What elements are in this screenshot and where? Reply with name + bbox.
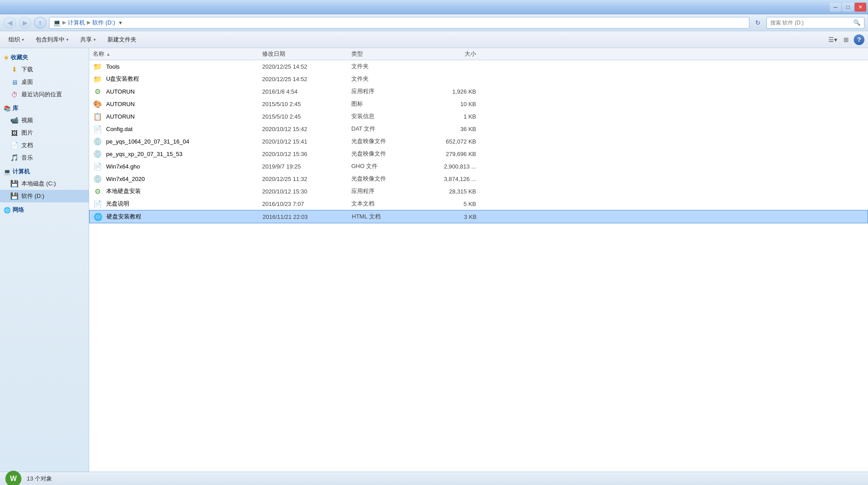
maximize-button[interactable]: □	[842, 3, 854, 12]
file-type: 光盘映像文件	[351, 137, 423, 145]
table-row[interactable]: 📁Tools 2020/12/25 14:52 文件夹	[89, 60, 868, 73]
drive-d-icon: 💾	[10, 192, 19, 201]
share-arrow: ▾	[94, 37, 96, 42]
sidebar-item-doc[interactable]: 📄 文档	[0, 139, 89, 152]
table-row[interactable]: 🎨AUTORUN 2015/5/10 2:45 图标 10 KB	[89, 98, 868, 110]
search-input[interactable]	[770, 20, 853, 26]
table-row[interactable]: 📄Win7x64.gho 2019/9/7 19:25 GHO 文件 2,900…	[89, 160, 868, 173]
file-size: 652,072 KB	[423, 138, 476, 145]
search-box[interactable]: 🔍	[766, 17, 864, 29]
favorites-label: 收藏夹	[11, 53, 28, 62]
sidebar-network-header[interactable]: 🌐 网络	[0, 204, 89, 216]
sidebar-favorites-header[interactable]: ★ 收藏夹	[0, 52, 89, 63]
col-header-type[interactable]: 类型	[351, 50, 423, 58]
file-modified: 2020/10/12 15:30	[262, 188, 351, 195]
file-type: 文件夹	[351, 75, 423, 83]
forward-button[interactable]: ▶	[19, 17, 31, 29]
breadcrumb-dropdown[interactable]: ▼	[117, 19, 124, 26]
breadcrumb-drive[interactable]: 软件 (D:)	[92, 19, 115, 27]
sidebar-item-recent[interactable]: ⏱ 最近访问的位置	[0, 88, 89, 101]
doc-icon: 📄	[10, 141, 19, 150]
file-name: AUTORUN	[106, 113, 135, 120]
file-name: pe_yqs_1064_20_07_31_16_04	[106, 138, 189, 145]
file-type: 应用程序	[351, 87, 423, 95]
file-type: 文件夹	[351, 62, 423, 70]
download-label: 下载	[21, 66, 33, 74]
table-row[interactable]: ⚙AUTORUN 2016/1/8 4:54 应用程序 1,926 KB	[89, 85, 868, 98]
table-row[interactable]: ⚙本地硬盘安装 2020/10/12 15:30 应用程序 28,315 KB	[89, 185, 868, 197]
file-modified: 2020/12/25 14:52	[262, 63, 351, 70]
file-size: 36 KB	[423, 126, 476, 132]
file-size: 3,874,126 ...	[423, 176, 476, 182]
sidebar-item-download[interactable]: ⬇ 下载	[0, 63, 89, 76]
close-button[interactable]: ✕	[855, 3, 866, 12]
file-type: DAT 文件	[351, 125, 423, 133]
file-name: Tools	[106, 63, 119, 70]
sidebar-item-image[interactable]: 🖼 图片	[0, 127, 89, 139]
file-type: 光盘映像文件	[351, 175, 423, 183]
new-folder-button[interactable]: 新建文件夹	[103, 33, 141, 46]
status-count: 13 个对象	[27, 475, 52, 483]
sidebar-item-music[interactable]: 🎵 音乐	[0, 152, 89, 164]
file-modified: 2020/12/25 14:52	[262, 76, 351, 82]
sidebar-item-video[interactable]: 📹 视频	[0, 114, 89, 127]
table-row[interactable]: 📁U盘安装教程 2020/12/25 14:52 文件夹	[89, 73, 868, 85]
file-icon: 📄	[93, 124, 103, 134]
file-icon: 📄	[93, 199, 103, 209]
organize-button[interactable]: 组织 ▾	[4, 33, 29, 46]
refresh-button[interactable]: ↻	[752, 17, 764, 29]
organize-arrow: ▾	[22, 37, 24, 42]
table-row[interactable]: 💿pe_yqs_xp_20_07_31_15_53 2020/10/12 15:…	[89, 148, 868, 160]
status-icon-label: W	[10, 475, 16, 483]
sidebar-library-section: 📚 库 📹 视频 🖼 图片 📄 文档 🎵 音乐	[0, 103, 89, 164]
sidebar: ★ 收藏夹 ⬇ 下载 🖥 桌面 ⏱ 最近访问的位置 📚 库 📹	[0, 48, 89, 472]
sidebar-item-drive-d[interactable]: 💾 软件 (D:)	[0, 190, 89, 202]
share-button[interactable]: 共享 ▾	[75, 33, 101, 46]
file-type: HTML 文档	[352, 213, 423, 221]
file-icon: 📁	[93, 62, 103, 71]
toolbar: 组织 ▾ 包含到库中 ▾ 共享 ▾ 新建文件夹 ☰ ▾ ⊞ ?	[0, 31, 868, 48]
col-name-label: 名称	[93, 50, 104, 58]
music-label: 音乐	[21, 154, 33, 162]
titlebar: ─ □ ✕	[0, 0, 868, 14]
file-size: 10 KB	[423, 101, 476, 107]
table-row[interactable]: 🌐硬盘安装教程 2016/11/21 22:03 HTML 文档 3 KB	[89, 210, 868, 223]
breadcrumb-icon: 💻	[53, 19, 61, 26]
sidebar-network-section: 🌐 网络	[0, 204, 89, 216]
sidebar-computer-header[interactable]: 💻 计算机	[0, 166, 89, 177]
include-library-button[interactable]: 包含到库中 ▾	[31, 33, 74, 46]
back-button[interactable]: ◀	[4, 17, 16, 29]
file-list[interactable]: 📁Tools 2020/12/25 14:52 文件夹 📁U盘安装教程 2020…	[89, 60, 868, 472]
col-header-size[interactable]: 大小	[423, 50, 476, 58]
file-name: 硬盘安装教程	[107, 213, 141, 221]
table-row[interactable]: 💿pe_yqs_1064_20_07_31_16_04 2020/10/12 1…	[89, 135, 868, 148]
file-size: 5 KB	[423, 201, 476, 207]
file-name: Win7x64.gho	[106, 163, 140, 170]
change-view-button[interactable]: ⊞	[840, 34, 852, 45]
file-modified: 2020/10/12 15:36	[262, 151, 351, 157]
image-icon: 🖼	[10, 128, 19, 137]
col-type-label: 类型	[351, 50, 363, 57]
breadcrumb-computer[interactable]: 计算机	[68, 19, 85, 27]
sidebar-library-header[interactable]: 📚 库	[0, 103, 89, 114]
table-row[interactable]: 📄Config.dat 2020/10/12 15:42 DAT 文件 36 K…	[89, 123, 868, 135]
col-name-sort: ▲	[106, 52, 111, 57]
table-row[interactable]: 📄光盘说明 2016/10/23 7:07 文本文档 5 KB	[89, 197, 868, 210]
help-button[interactable]: ?	[854, 34, 864, 45]
up-button[interactable]: ↑	[34, 17, 46, 29]
table-row[interactable]: 💿Win7x64_2020 2020/12/25 11:32 光盘映像文件 3,…	[89, 173, 868, 185]
view-toggle-button[interactable]: ☰ ▾	[827, 34, 839, 45]
col-header-name[interactable]: 名称 ▲	[93, 50, 262, 58]
table-row[interactable]: 📋AUTORUN 2015/5/10 2:45 安装信息 1 KB	[89, 110, 868, 123]
file-size: 2,900,813 ...	[423, 163, 476, 170]
sidebar-item-drive-c[interactable]: 💾 本地磁盘 (C:)	[0, 177, 89, 190]
organize-label: 组织	[8, 36, 20, 44]
file-type: 光盘映像文件	[351, 150, 423, 158]
recent-icon: ⏱	[10, 90, 19, 99]
sidebar-item-desktop[interactable]: 🖥 桌面	[0, 76, 89, 88]
col-header-modified[interactable]: 修改日期	[262, 50, 351, 58]
include-label: 包含到库中	[36, 36, 65, 44]
minimize-button[interactable]: ─	[830, 3, 841, 12]
doc-label: 文档	[21, 141, 33, 149]
drive-c-icon: 💾	[10, 179, 19, 188]
